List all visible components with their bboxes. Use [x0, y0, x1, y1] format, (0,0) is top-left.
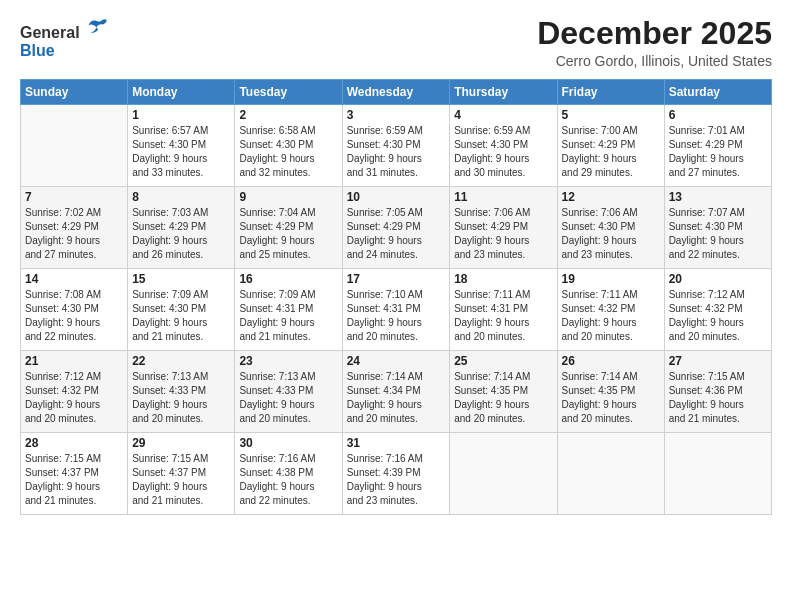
day-info: Sunrise: 7:10 AM Sunset: 4:31 PM Dayligh… [347, 288, 446, 344]
day-info: Sunrise: 7:13 AM Sunset: 4:33 PM Dayligh… [132, 370, 230, 426]
day-cell: 6Sunrise: 7:01 AM Sunset: 4:29 PM Daylig… [664, 105, 771, 187]
logo-bird-icon [87, 16, 109, 38]
logo-blue-line: Blue [20, 42, 109, 60]
day-cell: 5Sunrise: 7:00 AM Sunset: 4:29 PM Daylig… [557, 105, 664, 187]
day-cell [557, 433, 664, 515]
week-row-2: 7Sunrise: 7:02 AM Sunset: 4:29 PM Daylig… [21, 187, 772, 269]
day-number: 7 [25, 190, 123, 204]
day-cell: 30Sunrise: 7:16 AM Sunset: 4:38 PM Dayli… [235, 433, 342, 515]
day-number: 9 [239, 190, 337, 204]
day-info: Sunrise: 7:09 AM Sunset: 4:30 PM Dayligh… [132, 288, 230, 344]
day-number: 16 [239, 272, 337, 286]
logo-line: General [20, 16, 109, 42]
day-info: Sunrise: 7:15 AM Sunset: 4:36 PM Dayligh… [669, 370, 767, 426]
day-cell: 1Sunrise: 6:57 AM Sunset: 4:30 PM Daylig… [128, 105, 235, 187]
day-info: Sunrise: 7:09 AM Sunset: 4:31 PM Dayligh… [239, 288, 337, 344]
week-row-3: 14Sunrise: 7:08 AM Sunset: 4:30 PM Dayli… [21, 269, 772, 351]
day-info: Sunrise: 7:04 AM Sunset: 4:29 PM Dayligh… [239, 206, 337, 262]
day-cell: 16Sunrise: 7:09 AM Sunset: 4:31 PM Dayli… [235, 269, 342, 351]
day-cell: 2Sunrise: 6:58 AM Sunset: 4:30 PM Daylig… [235, 105, 342, 187]
day-number: 3 [347, 108, 446, 122]
day-info: Sunrise: 7:11 AM Sunset: 4:31 PM Dayligh… [454, 288, 552, 344]
page: General Blue December 2025 Cerro Gordo, … [0, 0, 792, 612]
day-number: 22 [132, 354, 230, 368]
day-cell [664, 433, 771, 515]
month-title: December 2025 [537, 16, 772, 51]
day-info: Sunrise: 7:00 AM Sunset: 4:29 PM Dayligh… [562, 124, 660, 180]
day-cell: 4Sunrise: 6:59 AM Sunset: 4:30 PM Daylig… [450, 105, 557, 187]
day-info: Sunrise: 7:05 AM Sunset: 4:29 PM Dayligh… [347, 206, 446, 262]
day-info: Sunrise: 6:58 AM Sunset: 4:30 PM Dayligh… [239, 124, 337, 180]
day-cell [21, 105, 128, 187]
col-header-friday: Friday [557, 80, 664, 105]
day-number: 21 [25, 354, 123, 368]
calendar-body: 1Sunrise: 6:57 AM Sunset: 4:30 PM Daylig… [21, 105, 772, 515]
day-cell: 23Sunrise: 7:13 AM Sunset: 4:33 PM Dayli… [235, 351, 342, 433]
logo-general: General [20, 24, 80, 41]
day-cell: 28Sunrise: 7:15 AM Sunset: 4:37 PM Dayli… [21, 433, 128, 515]
day-cell: 10Sunrise: 7:05 AM Sunset: 4:29 PM Dayli… [342, 187, 450, 269]
day-cell [450, 433, 557, 515]
week-row-5: 28Sunrise: 7:15 AM Sunset: 4:37 PM Dayli… [21, 433, 772, 515]
day-cell: 19Sunrise: 7:11 AM Sunset: 4:32 PM Dayli… [557, 269, 664, 351]
day-number: 2 [239, 108, 337, 122]
day-info: Sunrise: 7:16 AM Sunset: 4:38 PM Dayligh… [239, 452, 337, 508]
title-area: December 2025 Cerro Gordo, Illinois, Uni… [537, 16, 772, 69]
day-number: 28 [25, 436, 123, 450]
day-cell: 20Sunrise: 7:12 AM Sunset: 4:32 PM Dayli… [664, 269, 771, 351]
day-info: Sunrise: 7:07 AM Sunset: 4:30 PM Dayligh… [669, 206, 767, 262]
day-info: Sunrise: 7:02 AM Sunset: 4:29 PM Dayligh… [25, 206, 123, 262]
day-number: 14 [25, 272, 123, 286]
day-cell: 3Sunrise: 6:59 AM Sunset: 4:30 PM Daylig… [342, 105, 450, 187]
day-number: 27 [669, 354, 767, 368]
col-header-wednesday: Wednesday [342, 80, 450, 105]
week-row-4: 21Sunrise: 7:12 AM Sunset: 4:32 PM Dayli… [21, 351, 772, 433]
day-number: 17 [347, 272, 446, 286]
day-info: Sunrise: 6:59 AM Sunset: 4:30 PM Dayligh… [347, 124, 446, 180]
day-cell: 31Sunrise: 7:16 AM Sunset: 4:39 PM Dayli… [342, 433, 450, 515]
day-number: 11 [454, 190, 552, 204]
day-number: 18 [454, 272, 552, 286]
day-cell: 12Sunrise: 7:06 AM Sunset: 4:30 PM Dayli… [557, 187, 664, 269]
day-info: Sunrise: 7:12 AM Sunset: 4:32 PM Dayligh… [25, 370, 123, 426]
header: General Blue December 2025 Cerro Gordo, … [20, 16, 772, 69]
day-number: 8 [132, 190, 230, 204]
logo: General Blue [20, 16, 109, 59]
day-cell: 9Sunrise: 7:04 AM Sunset: 4:29 PM Daylig… [235, 187, 342, 269]
col-header-monday: Monday [128, 80, 235, 105]
day-cell: 11Sunrise: 7:06 AM Sunset: 4:29 PM Dayli… [450, 187, 557, 269]
day-info: Sunrise: 7:06 AM Sunset: 4:30 PM Dayligh… [562, 206, 660, 262]
day-number: 13 [669, 190, 767, 204]
day-number: 31 [347, 436, 446, 450]
day-number: 20 [669, 272, 767, 286]
day-info: Sunrise: 7:15 AM Sunset: 4:37 PM Dayligh… [132, 452, 230, 508]
day-number: 30 [239, 436, 337, 450]
day-info: Sunrise: 6:59 AM Sunset: 4:30 PM Dayligh… [454, 124, 552, 180]
day-number: 19 [562, 272, 660, 286]
day-info: Sunrise: 7:13 AM Sunset: 4:33 PM Dayligh… [239, 370, 337, 426]
day-info: Sunrise: 7:14 AM Sunset: 4:35 PM Dayligh… [562, 370, 660, 426]
day-cell: 29Sunrise: 7:15 AM Sunset: 4:37 PM Dayli… [128, 433, 235, 515]
day-number: 26 [562, 354, 660, 368]
day-info: Sunrise: 7:12 AM Sunset: 4:32 PM Dayligh… [669, 288, 767, 344]
day-info: Sunrise: 7:14 AM Sunset: 4:34 PM Dayligh… [347, 370, 446, 426]
day-cell: 13Sunrise: 7:07 AM Sunset: 4:30 PM Dayli… [664, 187, 771, 269]
day-info: Sunrise: 7:15 AM Sunset: 4:37 PM Dayligh… [25, 452, 123, 508]
day-number: 23 [239, 354, 337, 368]
day-cell: 17Sunrise: 7:10 AM Sunset: 4:31 PM Dayli… [342, 269, 450, 351]
day-info: Sunrise: 7:08 AM Sunset: 4:30 PM Dayligh… [25, 288, 123, 344]
day-info: Sunrise: 7:14 AM Sunset: 4:35 PM Dayligh… [454, 370, 552, 426]
day-number: 12 [562, 190, 660, 204]
day-cell: 8Sunrise: 7:03 AM Sunset: 4:29 PM Daylig… [128, 187, 235, 269]
day-cell: 18Sunrise: 7:11 AM Sunset: 4:31 PM Dayli… [450, 269, 557, 351]
day-cell: 25Sunrise: 7:14 AM Sunset: 4:35 PM Dayli… [450, 351, 557, 433]
day-info: Sunrise: 6:57 AM Sunset: 4:30 PM Dayligh… [132, 124, 230, 180]
day-number: 24 [347, 354, 446, 368]
col-header-tuesday: Tuesday [235, 80, 342, 105]
day-cell: 7Sunrise: 7:02 AM Sunset: 4:29 PM Daylig… [21, 187, 128, 269]
day-number: 29 [132, 436, 230, 450]
header-row: SundayMondayTuesdayWednesdayThursdayFrid… [21, 80, 772, 105]
col-header-sunday: Sunday [21, 80, 128, 105]
col-header-thursday: Thursday [450, 80, 557, 105]
day-number: 15 [132, 272, 230, 286]
